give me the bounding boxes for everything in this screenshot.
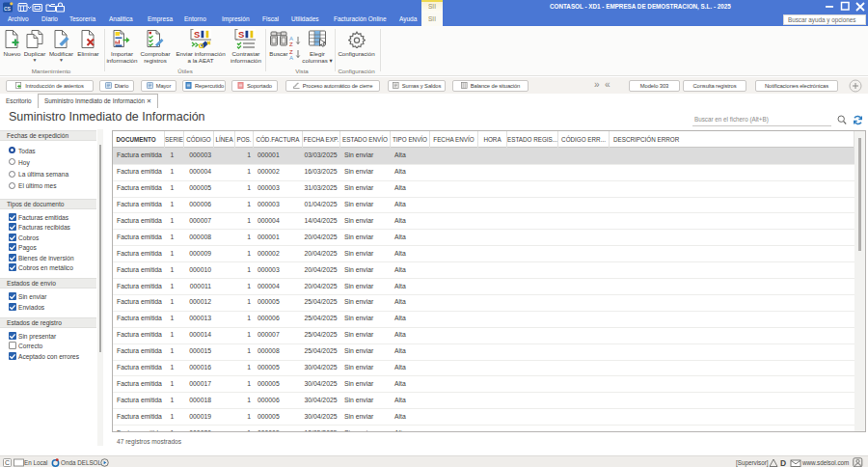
svg-text:cs: cs (4, 4, 12, 11)
svg-text:A: A (289, 55, 293, 61)
svg-text:S: S (238, 29, 244, 40)
svg-text:C: C (5, 459, 10, 466)
svg-text:S: S (194, 29, 200, 40)
svg-text:D: D (780, 458, 786, 467)
svg-text:Z: Z (289, 41, 293, 47)
